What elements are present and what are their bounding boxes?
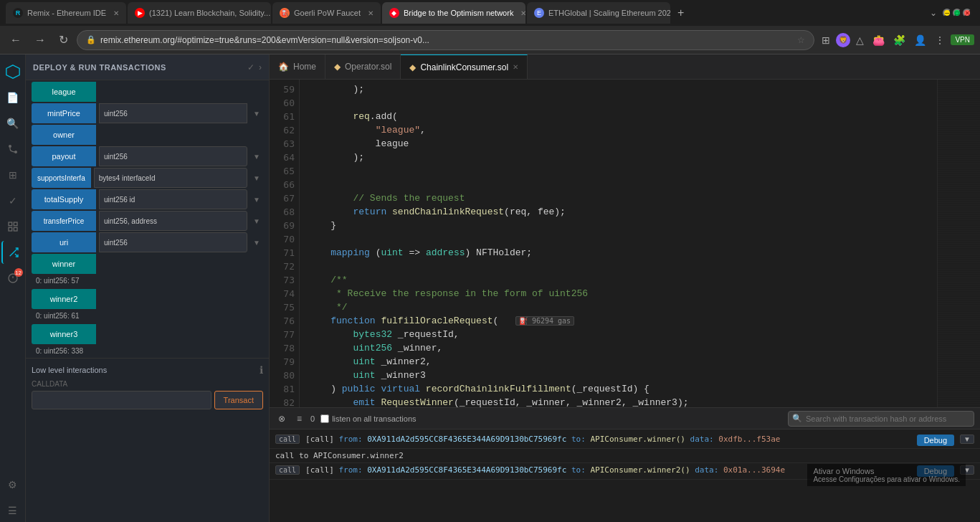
terminal-search-icon: 🔍 <box>792 414 802 423</box>
mintprice-input[interactable] <box>99 103 247 123</box>
owner-button[interactable]: owner <box>32 125 96 145</box>
sidebar-item-module[interactable] <box>1 215 24 238</box>
brave-rewards-button[interactable]: △ <box>853 33 867 47</box>
calldata-label: CALLDATA <box>32 380 263 388</box>
code-line-74: * Receive the response in the form of ui… <box>300 287 937 300</box>
panel-scroll-area[interactable]: league mintPrice ▼ owner payout ▼ suppor… <box>26 80 269 522</box>
log-entry-3[interactable]: call [call] from: 0XA911dA2d595CC8F4365E… <box>270 463 980 480</box>
close-window-button[interactable]: ✕ <box>963 9 971 17</box>
youtube-icon: ▶ <box>135 8 145 18</box>
winner3-button[interactable]: winner3 <box>32 324 96 344</box>
expand-log-button-1[interactable]: ▼ <box>960 435 974 444</box>
svg-point-1 <box>9 145 11 148</box>
tab-faucet-close[interactable]: ✕ <box>368 9 374 17</box>
winner3-result: 0: uint256: 338 <box>26 346 269 358</box>
code-lines[interactable]: ); req.add( "league", league ); // Sends… <box>300 80 937 407</box>
supports-interface-input[interactable] <box>94 168 247 188</box>
listen-transactions-checkbox[interactable]: listen on all transactions <box>320 414 416 423</box>
league-button[interactable]: league <box>32 82 96 102</box>
totalsupply-expand[interactable]: ▼ <box>250 196 263 204</box>
supports-interface-button[interactable]: supportsInterfa <box>32 168 91 188</box>
sidebar-item-git[interactable] <box>1 138 24 161</box>
wallet-button[interactable]: 👛 <box>870 33 888 47</box>
tab-remix[interactable]: R Remix - Ethereum IDE ✕ <box>6 2 126 24</box>
transferprice-expand[interactable]: ▼ <box>250 217 263 225</box>
maximize-button[interactable]: □ <box>953 9 961 17</box>
tab-overflow-button[interactable]: ⌄ <box>926 6 941 19</box>
minimize-button[interactable]: ─ <box>943 9 951 17</box>
tab-operator[interactable]: ◆ Operator.sol <box>325 54 401 80</box>
winner2-button[interactable]: winner2 <box>32 289 96 309</box>
mintprice-expand[interactable]: ▼ <box>250 110 263 118</box>
terminal-clear-button[interactable]: ⊗ <box>275 414 288 424</box>
uri-expand[interactable]: ▼ <box>250 239 263 247</box>
mintprice-button[interactable]: mintPrice <box>32 103 96 123</box>
bookmark-icon[interactable]: ☆ <box>797 35 805 45</box>
uri-input[interactable] <box>99 232 247 252</box>
debug-button-1[interactable]: Debug <box>917 435 954 446</box>
transferprice-button[interactable]: transferPrice <box>32 211 96 231</box>
winner-button[interactable]: winner <box>32 254 96 274</box>
code-line-76: function fulfillOracleRequest( ⛽ 96294 g… <box>300 314 937 328</box>
remix-icon: R <box>13 8 23 18</box>
code-line-70 <box>300 232 937 246</box>
supports-interface-expand[interactable]: ▼ <box>250 174 263 182</box>
sidebar-item-deploy[interactable] <box>1 241 24 264</box>
extensions-list-button[interactable]: 🧩 <box>890 33 908 47</box>
vpn-button[interactable]: VPN <box>951 34 974 45</box>
sidebar-item-debug[interactable]: 12 <box>1 267 24 290</box>
brave-shield[interactable]: 🦁 <box>836 33 850 47</box>
listen-label: listen on all transactions <box>332 414 416 423</box>
expand-log-button-3[interactable]: ▼ <box>960 465 974 475</box>
transact-button[interactable]: Transact <box>214 391 263 409</box>
tab-faucet[interactable]: ⛽ Goerli PoW Faucet ✕ <box>272 2 381 24</box>
payout-button[interactable]: payout <box>32 146 96 166</box>
sidebar-item-plugin[interactable]: ⊞ <box>1 163 24 186</box>
panel-expand-button[interactable]: › <box>259 62 262 72</box>
address-bar[interactable]: 🔒 remix.ethereum.org/#optimize=true&runs… <box>77 30 814 50</box>
code-line-62: "league", <box>300 123 937 137</box>
tab-chainlink[interactable]: ◆ ChainlinkConsumer.sol ✕ <box>401 54 528 80</box>
tab-home[interactable]: 🏠 Home <box>270 54 325 80</box>
new-tab-button[interactable]: + <box>672 6 690 19</box>
panel-check-button[interactable]: ✓ <box>247 62 254 72</box>
tab-youtube[interactable]: ▶ (1321) Learn Blockchain, Solidity... ✕ <box>128 2 271 24</box>
app-layout: 📄 🔍 ⊞ ✓ 12 ⚙ ☰ DEPLOY & RUN TRANSACTIONS… <box>0 54 980 522</box>
totalsupply-input[interactable] <box>99 189 247 209</box>
code-line-81: ) public virtual recordChainlinkFulfillm… <box>300 382 937 396</box>
log-text-2: call to APIConsumer.winner2 <box>275 451 974 460</box>
menu-button[interactable]: ⋮ <box>932 33 948 47</box>
listen-checkbox-input[interactable] <box>320 414 329 423</box>
terminal-search-input[interactable] <box>788 411 974 427</box>
transferprice-input[interactable] <box>99 211 247 231</box>
back-button[interactable]: ← <box>6 32 26 48</box>
icon-sidebar: 📄 🔍 ⊞ ✓ 12 ⚙ ☰ <box>0 54 26 522</box>
tab-ethglobal[interactable]: E ETHGlobal | Scaling Ethereum 2023 ✕ <box>527 2 670 24</box>
sidebar-item-search[interactable]: 🔍 <box>1 112 24 135</box>
tab-bridge-close[interactable]: ✕ <box>520 9 525 17</box>
chainlink-tab-close[interactable]: ✕ <box>513 63 518 71</box>
sidebar-item-settings[interactable]: ⚙ <box>1 473 24 496</box>
low-level-info-icon[interactable]: ℹ <box>260 364 263 376</box>
calldata-input[interactable] <box>32 391 211 409</box>
debug-button-3[interactable]: Debug <box>917 465 954 477</box>
tab-bridge[interactable]: ◆ Bridge to the Optimism network ✕ <box>382 2 525 24</box>
url-text: remix.ethereum.org/#optimize=true&runs=2… <box>100 35 793 45</box>
reload-button[interactable]: ↻ <box>54 32 72 48</box>
bridge-icon: ◆ <box>389 8 399 18</box>
sidebar-item-check[interactable]: ✓ <box>1 189 24 212</box>
payout-input[interactable] <box>99 146 247 166</box>
payout-expand[interactable]: ▼ <box>250 153 263 161</box>
user-profile-button[interactable]: 👤 <box>911 33 929 47</box>
log-entry-2[interactable]: call to APIConsumer.winner2 <box>270 449 980 463</box>
sidebar-item-files[interactable]: 📄 <box>1 86 24 109</box>
sidebar-item-config[interactable]: ☰ <box>1 499 24 522</box>
tab-remix-close[interactable]: ✕ <box>113 9 119 17</box>
forward-button[interactable]: → <box>30 32 50 48</box>
uri-button[interactable]: uri <box>32 232 96 252</box>
log-entry-1[interactable]: call [call] from: 0XA911dA2d595CC8F4365E… <box>270 432 980 449</box>
terminal-stream-button[interactable]: ≡ <box>294 414 305 424</box>
totalsupply-button[interactable]: totalSupply <box>32 189 96 209</box>
sidebar-item-logo[interactable] <box>1 60 24 83</box>
extensions-button[interactable]: ⊞ <box>819 33 833 47</box>
